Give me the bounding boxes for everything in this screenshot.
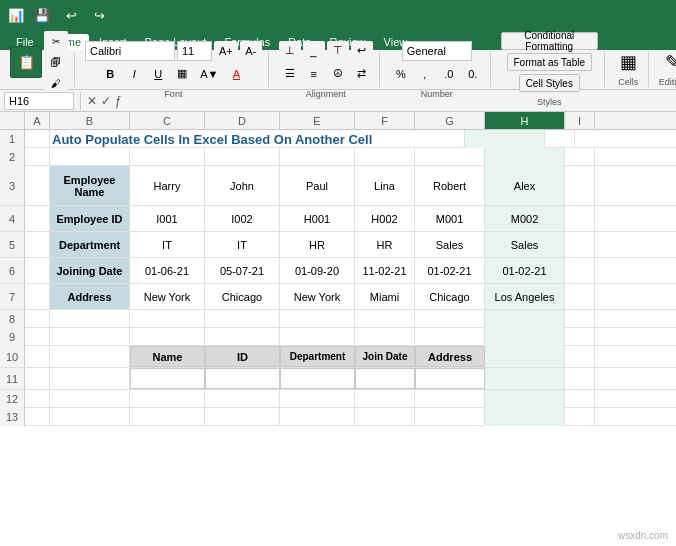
cell-H3[interactable]: Alex xyxy=(485,166,565,205)
cell-B2[interactable] xyxy=(50,148,130,166)
cell-B1[interactable]: Auto Populate Cells In Excel Based On An… xyxy=(50,130,465,148)
cell-G11[interactable] xyxy=(415,368,485,389)
cell-I3[interactable] xyxy=(565,166,595,205)
cell-H9[interactable] xyxy=(485,328,565,346)
cell-H1[interactable] xyxy=(465,130,545,148)
increase-font-button[interactable]: A+ xyxy=(214,41,238,61)
cell-A4[interactable] xyxy=(25,206,50,231)
cell-H12[interactable] xyxy=(485,390,565,408)
cell-A6[interactable] xyxy=(25,258,50,283)
col-header-D[interactable]: D xyxy=(205,112,280,129)
cell-C13[interactable] xyxy=(130,408,205,426)
align-center-button[interactable]: ≡ xyxy=(303,64,325,84)
formula-input[interactable] xyxy=(126,94,672,108)
cell-H8[interactable] xyxy=(485,310,565,328)
cell-D12[interactable] xyxy=(205,390,280,408)
font-size-selector[interactable]: 11 xyxy=(177,41,212,61)
cell-B10[interactable] xyxy=(50,346,130,367)
cell-A13[interactable] xyxy=(25,408,50,426)
cell-D13[interactable] xyxy=(205,408,280,426)
cell-reference-box[interactable]: H16 xyxy=(4,92,74,110)
cell-I13[interactable] xyxy=(565,408,595,426)
decrease-decimal-button[interactable]: 0. xyxy=(462,64,484,84)
cell-G12[interactable] xyxy=(415,390,485,408)
cell-C7[interactable]: New York xyxy=(130,284,205,309)
cell-G3[interactable]: Robert xyxy=(415,166,485,205)
align-top-button[interactable]: ⊥ xyxy=(279,41,301,61)
cell-F7[interactable]: Miami xyxy=(355,284,415,309)
cell-I6[interactable] xyxy=(565,258,595,283)
col-header-A[interactable]: A xyxy=(25,112,50,129)
cell-E4[interactable]: H001 xyxy=(280,206,355,231)
col-header-I[interactable]: I xyxy=(565,112,595,129)
cell-D11[interactable] xyxy=(205,368,280,389)
cell-C5[interactable]: IT xyxy=(130,232,205,257)
number-format-selector[interactable]: General xyxy=(402,41,472,61)
cell-F8[interactable] xyxy=(355,310,415,328)
cell-D2[interactable] xyxy=(205,148,280,166)
merge-button[interactable]: ⇄ xyxy=(351,64,373,84)
cell-G4[interactable]: M001 xyxy=(415,206,485,231)
cell-H10[interactable] xyxy=(485,346,565,367)
cell-I10[interactable] xyxy=(565,346,595,367)
comma-button[interactable]: , xyxy=(414,64,436,84)
col-header-C[interactable]: C xyxy=(130,112,205,129)
cell-H13[interactable] xyxy=(485,408,565,426)
cell-G9[interactable] xyxy=(415,328,485,346)
cell-I9[interactable] xyxy=(565,328,595,346)
cell-E13[interactable] xyxy=(280,408,355,426)
cell-I11[interactable] xyxy=(565,368,595,389)
cell-C12[interactable] xyxy=(130,390,205,408)
format-as-table-button[interactable]: Format as Table xyxy=(507,53,593,71)
cell-C10-name[interactable]: Name xyxy=(130,346,205,367)
cell-E3[interactable]: Paul xyxy=(280,166,355,205)
cell-I1[interactable] xyxy=(545,130,575,148)
cell-B13[interactable] xyxy=(50,408,130,426)
cell-I2[interactable] xyxy=(565,148,595,166)
cell-D8[interactable] xyxy=(205,310,280,328)
cell-I4[interactable] xyxy=(565,206,595,231)
cell-H4[interactable]: M002 xyxy=(485,206,565,231)
align-right-button[interactable]: ☮ xyxy=(327,64,349,84)
cell-G2[interactable] xyxy=(415,148,485,166)
cell-D4[interactable]: I002 xyxy=(205,206,280,231)
cell-A5[interactable] xyxy=(25,232,50,257)
cell-E2[interactable] xyxy=(280,148,355,166)
bold-button[interactable]: B xyxy=(99,64,121,84)
cell-D5[interactable]: IT xyxy=(205,232,280,257)
cell-A1[interactable] xyxy=(25,130,50,148)
percent-button[interactable]: % xyxy=(390,64,412,84)
cell-E9[interactable] xyxy=(280,328,355,346)
cell-B8[interactable] xyxy=(50,310,130,328)
align-left-button[interactable]: ☰ xyxy=(279,64,301,84)
border-button[interactable]: ▦ xyxy=(171,64,193,84)
cell-D7[interactable]: Chicago xyxy=(205,284,280,309)
cell-E12[interactable] xyxy=(280,390,355,408)
cell-D9[interactable] xyxy=(205,328,280,346)
cancel-formula-icon[interactable]: ✕ xyxy=(87,94,97,108)
insert-function-icon[interactable]: ƒ xyxy=(115,94,122,108)
col-header-G[interactable]: G xyxy=(415,112,485,129)
italic-button[interactable]: I xyxy=(123,64,145,84)
cell-E7[interactable]: New York xyxy=(280,284,355,309)
conditional-formatting-button[interactable]: Conditional Formatting xyxy=(501,32,598,50)
cell-C2[interactable] xyxy=(130,148,205,166)
cell-H5[interactable]: Sales xyxy=(485,232,565,257)
cell-H6[interactable]: 01-02-21 xyxy=(485,258,565,283)
cell-B6-joining-date[interactable]: Joining Date xyxy=(50,258,130,283)
cell-A9[interactable] xyxy=(25,328,50,346)
col-header-E[interactable]: E xyxy=(280,112,355,129)
increase-decimal-button[interactable]: .0 xyxy=(438,64,460,84)
save-button[interactable]: 💾 xyxy=(30,5,54,25)
cell-G8[interactable] xyxy=(415,310,485,328)
excel-icon[interactable]: 📊 xyxy=(8,8,24,23)
cell-A11[interactable] xyxy=(25,368,50,389)
cell-A10[interactable] xyxy=(25,346,50,367)
align-middle-button[interactable]: ⎯ xyxy=(303,41,325,61)
underline-button[interactable]: U xyxy=(147,64,169,84)
decrease-font-button[interactable]: A- xyxy=(240,41,262,61)
paste-button[interactable]: 📋 xyxy=(10,46,42,78)
copy-button[interactable]: 🗐 xyxy=(44,52,68,72)
cell-F3[interactable]: Lina xyxy=(355,166,415,205)
cell-B11[interactable] xyxy=(50,368,130,389)
